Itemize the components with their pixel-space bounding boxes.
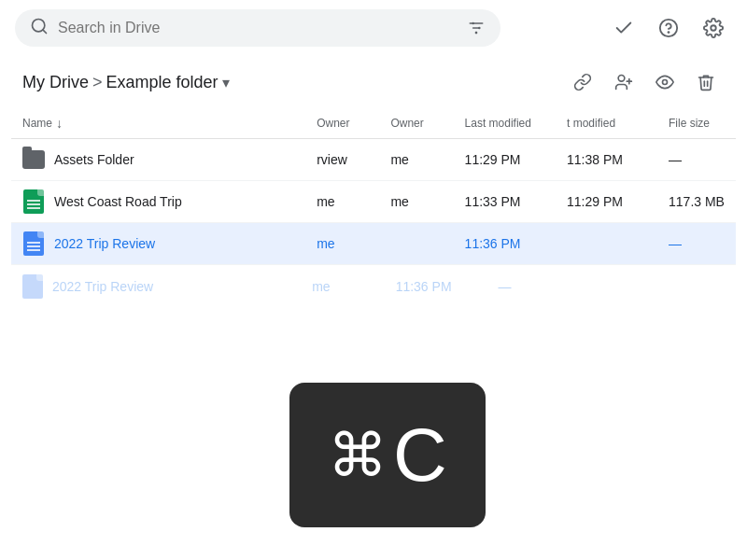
docs-icon — [23, 231, 44, 256]
svg-point-10 — [711, 25, 716, 31]
breadcrumb-bar: My Drive > Example folder ▾ — [0, 56, 747, 108]
table-row[interactable]: 2022 Trip Review me 11:36 PM — — [11, 223, 736, 265]
column-header-owner2[interactable]: Owner — [379, 108, 453, 139]
file-modified1: 11:29 PM — [454, 139, 556, 181]
copy-link-button[interactable] — [564, 63, 601, 101]
delete-button[interactable] — [687, 63, 725, 101]
settings-button[interactable] — [695, 9, 732, 47]
help-button[interactable] — [650, 9, 687, 47]
column-header-name[interactable]: Name ↓ — [11, 108, 305, 139]
breadcrumb-actions — [564, 63, 725, 101]
file-name-text: Assets Folder — [54, 152, 134, 167]
preview-button[interactable] — [646, 63, 684, 101]
svg-line-1 — [43, 30, 47, 34]
keyboard-shortcut-overlay: ⌘ C — [289, 383, 486, 527]
file-owner2: me — [379, 139, 453, 181]
breadcrumb-current-folder[interactable]: Example folder ▾ — [106, 73, 230, 92]
share-button[interactable] — [605, 63, 642, 101]
table-row[interactable]: West Coast Road Trip me me 11:33 PM 11:2… — [11, 181, 736, 223]
file-name-text: 2022 Trip Review — [54, 236, 155, 251]
header-actions — [605, 9, 732, 47]
file-modified2: 11:38 PM — [556, 139, 657, 181]
breadcrumb-separator: > — [92, 73, 103, 92]
ghost-owner: me — [312, 279, 330, 294]
column-header-modified2[interactable]: t modified — [556, 108, 657, 139]
search-icon — [30, 17, 49, 39]
sheets-icon — [23, 189, 44, 214]
svg-point-5 — [472, 22, 474, 25]
file-owner1: me — [305, 181, 379, 223]
file-modified1: 11:33 PM — [454, 181, 556, 223]
table-header-row: Name ↓ Owner Owner Last modified t modif… — [11, 108, 736, 139]
file-modified2: 11:29 PM — [556, 181, 657, 223]
ghost-modified: 11:36 PM — [396, 279, 452, 294]
file-modified2 — [556, 223, 657, 265]
file-size: — — [657, 223, 736, 265]
column-header-size[interactable]: File size — [657, 108, 736, 139]
svg-point-14 — [663, 80, 668, 85]
folder-icon — [22, 150, 45, 169]
file-size: — — [657, 139, 736, 181]
svg-point-7 — [475, 32, 478, 35]
column-header-modified1[interactable]: Last modified — [454, 108, 556, 139]
breadcrumb-chevron-icon: ▾ — [222, 74, 230, 91]
file-owner1: rview — [305, 139, 379, 181]
ghost-file-name: 2022 Trip Review — [52, 279, 153, 294]
breadcrumb-folder-name: Example folder — [106, 73, 218, 92]
svg-point-11 — [618, 76, 625, 82]
search-bar[interactable] — [15, 9, 500, 47]
file-size: 117.3 MB — [657, 181, 736, 223]
ghost-row-area: 2022 Trip Review me 11:36 PM — — [0, 265, 747, 308]
check-done-button[interactable] — [605, 9, 642, 47]
search-input[interactable] — [58, 20, 458, 36]
breadcrumb-root[interactable]: My Drive — [22, 73, 89, 92]
ghost-docs-icon — [22, 274, 43, 299]
file-owner2: me — [379, 181, 453, 223]
cmd-symbol: ⌘ — [328, 426, 388, 485]
ghost-size: — — [499, 279, 512, 294]
file-owner2 — [379, 223, 453, 265]
file-table-container: Name ↓ Owner Owner Last modified t modif… — [0, 108, 747, 265]
sort-arrow-icon: ↓ — [56, 116, 63, 131]
name-column-label: Name — [22, 117, 52, 130]
kbd-c-key: C — [393, 418, 447, 493]
file-name-text: West Coast Road Trip — [54, 194, 182, 209]
file-modified1: 11:36 PM — [454, 223, 556, 265]
svg-point-6 — [478, 27, 481, 30]
header — [0, 0, 747, 56]
filter-icon-button[interactable] — [467, 19, 486, 37]
file-owner1: me — [305, 223, 379, 265]
table-row[interactable]: Assets Folder rview me 11:29 PM 11:38 PM… — [11, 139, 736, 181]
column-header-owner1[interactable]: Owner — [305, 108, 379, 139]
file-table: Name ↓ Owner Owner Last modified t modif… — [11, 108, 736, 265]
